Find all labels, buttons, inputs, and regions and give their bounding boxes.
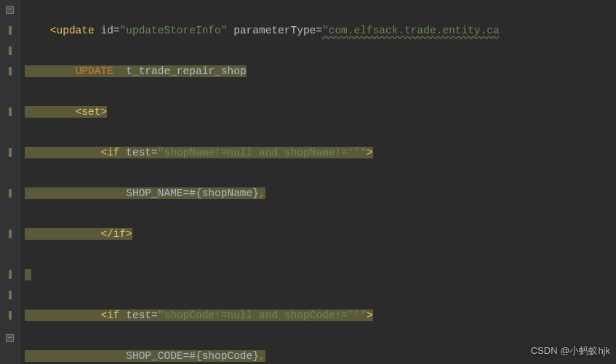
attr: test	[126, 310, 151, 321]
gutter: − −	[0, 0, 20, 364]
sql-table: t_trade_repair_shop	[126, 65, 246, 77]
region-marker-icon	[9, 148, 12, 157]
region-marker-icon	[9, 26, 12, 35]
sql-assign: SHOP_CODE=#{shopCode}	[126, 350, 259, 362]
code-line: <if test="shopName!=null and shopName!='…	[25, 142, 616, 163]
code-line: UPDATE t_trade_repair_shop	[25, 61, 616, 81]
code-line: <set>	[25, 102, 616, 122]
attr: id	[100, 25, 113, 36]
attr: test	[126, 147, 151, 158]
region-marker-icon	[9, 270, 12, 279]
code-editor[interactable]: <update id="updateStoreInfo" parameterTy…	[20, 0, 616, 364]
tag-if: if	[107, 310, 119, 321]
region-marker-icon	[9, 311, 12, 320]
region-marker-icon	[9, 291, 12, 299]
fold-end-icon[interactable]: −	[6, 334, 14, 342]
watermark: CSDN @小蚂蚁hjk	[531, 341, 610, 361]
comma: ,	[259, 187, 265, 199]
code-line	[25, 264, 616, 285]
attr-value: "shopName!=null and shopName!=''"	[158, 147, 367, 158]
attr-value: "com.elfsack.trade.entity.ca	[322, 25, 500, 36]
code-line: SHOP_NAME=#{shopName},	[25, 183, 616, 203]
tag-update: update	[57, 25, 95, 36]
sql-assign: SHOP_NAME=#{shopName}	[126, 187, 259, 199]
tag-set: set	[81, 106, 100, 118]
sql-keyword: UPDATE	[76, 65, 113, 77]
attr: parameterType	[233, 25, 316, 36]
code-line: <update id="updateStoreInfo" parameterTy…	[25, 20, 616, 41]
attr-value: "updateStoreInfo"	[120, 25, 228, 36]
code-line: SHOP_CODE=#{shopCode},	[25, 346, 616, 364]
code-line: <if test="shopCode!=null and shopCode!='…	[25, 305, 616, 325]
comma: ,	[259, 350, 265, 362]
region-marker-icon	[9, 67, 12, 76]
tag-if: if	[107, 147, 119, 158]
tag-if-close: /if	[107, 228, 126, 240]
attr-value: "shopCode!=null and shopCode!=''"	[158, 310, 367, 321]
region-marker-icon	[9, 189, 12, 198]
region-marker-icon	[9, 230, 12, 238]
fold-icon[interactable]: −	[6, 6, 14, 14]
code-line: </if>	[25, 224, 616, 244]
region-marker-icon	[9, 108, 12, 116]
region-marker-icon	[9, 46, 12, 55]
